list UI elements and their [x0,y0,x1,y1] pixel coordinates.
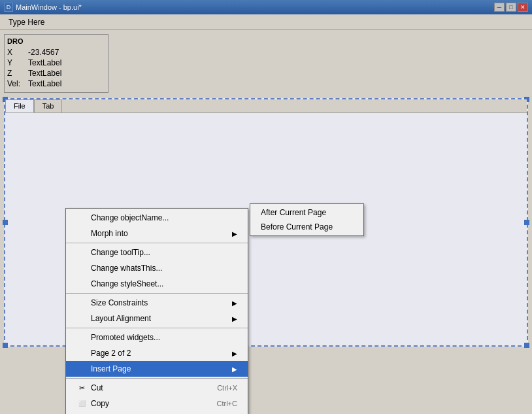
ctx-no-icon-1 [76,213,87,223]
ctx-change-stylesheet[interactable]: Change styleSheet... [66,276,248,292]
ctx-no-icon-9 [76,348,87,358]
ctx-change-objectname[interactable]: Change objectName... [66,210,248,226]
ctx-label-change-stylesheet: Change styleSheet... [91,279,163,288]
main-content: DRO X -23.4567 Y TextLabel Z TextLabel V… [0,30,532,414]
ctx-label-change-whatsthis: Change whatsThis... [91,264,162,273]
corner-bl [3,343,8,348]
dro-value-vel: TextLabel [28,79,61,88]
ctx-layout-alignment[interactable]: Layout Alignment ▶ [66,311,248,326]
ctx-change-tooltip[interactable]: Change toolTip... [66,245,248,260]
ctx-no-icon-7 [76,313,87,324]
submenu-before-current-page[interactable]: Before Current Page [250,220,363,234]
title-bar: D MainWindow - bp.ui* ─ □ ✕ [0,0,532,14]
ctx-divider-1 [66,243,248,243]
cut-icon: ✂ [76,383,87,393]
ctx-page-2-of-2[interactable]: Page 2 of 2 ▶ [66,345,248,361]
ctx-arrow-page: ▶ [232,350,237,357]
ctx-shortcut-cut: Ctrl+X [217,384,237,392]
ctx-no-icon-10 [76,364,87,374]
ctx-cut[interactable]: ✂ Cut Ctrl+X [66,380,248,396]
app-icon: D [4,3,13,12]
ctx-promoted-widgets[interactable]: Promoted widgets... [66,330,248,345]
ctx-change-whatsthis[interactable]: Change whatsThis... [66,260,248,276]
dro-value-z: TextLabel [28,69,61,78]
ctx-label-page-2-of-2: Page 2 of 2 [91,349,131,358]
dro-label-y: Y [7,58,25,67]
dro-title: DRO [7,37,105,45]
ctx-label-change-tooltip: Change toolTip... [91,248,150,257]
ctx-divider-2 [66,293,248,294]
ctx-label-cut: Cut [91,383,103,392]
dro-label-x: X [7,48,25,57]
submenu-after-current-page[interactable]: After Current Page [250,205,363,220]
ctx-no-icon-3 [76,247,87,258]
corner-br [524,343,529,348]
dro-row-z: Z TextLabel [7,69,105,78]
ctx-label-size-constraints: Size Constraints [91,298,148,307]
ctx-arrow-insert: ▶ [232,366,237,373]
ctx-size-constraints[interactable]: Size Constraints ▶ [66,295,248,311]
maximize-button[interactable]: □ [506,3,516,12]
title-bar-left: D MainWindow - bp.ui* [4,3,82,12]
ctx-label-morph-into: Morph into [91,229,128,238]
window-controls[interactable]: ─ □ ✕ [494,3,528,12]
copy-icon: ⬜ [76,398,87,409]
ctx-shortcut-copy: Ctrl+C [217,400,237,407]
ctx-arrow-morph: ▶ [232,230,237,237]
ctx-divider-4 [66,378,248,379]
ctx-no-icon-6 [76,298,87,308]
dro-row-x: X -23.4567 [7,48,105,57]
ctx-copy[interactable]: ⬜ Copy Ctrl+C [66,396,248,411]
dro-widget: DRO X -23.4567 Y TextLabel Z TextLabel V… [4,34,108,93]
menu-bar: Type Here [0,14,532,30]
ctx-arrow-layout: ▶ [232,315,237,322]
ctx-morph-into[interactable]: Morph into ▶ [66,226,248,241]
ctx-paste[interactable]: ⬜ Paste Ctrl+V [66,411,248,414]
ctx-no-icon-4 [76,263,87,273]
tab-tab2[interactable]: Tab [34,99,63,112]
dro-label-vel: Vel: [7,79,25,88]
ctx-insert-page[interactable]: Insert Page ▶ [66,361,248,377]
ctx-no-icon-8 [76,332,87,343]
menu-type-here[interactable]: Type Here [3,16,50,29]
dro-value-x: -23.4567 [28,48,59,57]
ctx-no-icon-2 [76,228,87,239]
ctx-label-change-objectname: Change objectName... [91,213,169,222]
submenu-insert-page: After Current Page Before Current Page [250,203,364,236]
dro-value-y: TextLabel [28,58,61,67]
dro-label-z: Z [7,69,25,78]
ctx-divider-3 [66,328,248,328]
ctx-no-icon-5 [76,279,87,289]
tab-bar: File Tab [5,99,527,113]
corner-ml [3,220,8,225]
window-title: MainWindow - bp.ui* [16,3,82,11]
tab-file[interactable]: File [5,99,34,112]
ctx-label-promoted-widgets: Promoted widgets... [91,333,160,342]
dro-row-vel: Vel: TextLabel [7,79,105,88]
ctx-label-insert-page: Insert Page [91,364,131,373]
close-button[interactable]: ✕ [518,3,528,12]
minimize-button[interactable]: ─ [494,3,505,12]
ctx-arrow-size: ▶ [232,300,237,307]
corner-mr [524,220,529,225]
context-menu: Change objectName... Morph into ▶ Change… [65,208,248,414]
ctx-label-layout-alignment: Layout Alignment [91,314,151,323]
dro-row-y: Y TextLabel [7,58,105,67]
ctx-label-copy: Copy [91,399,109,408]
